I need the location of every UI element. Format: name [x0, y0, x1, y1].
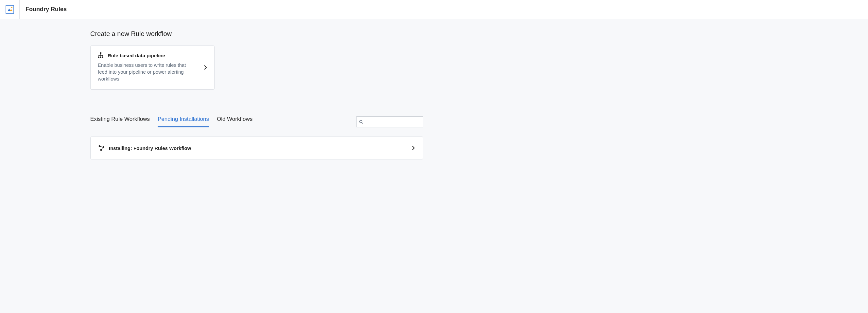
card-title-row: Rule based data pipeline [98, 52, 199, 58]
tab-existing-workflows[interactable]: Existing Rule Workflows [90, 116, 150, 127]
app-header: Foundry Rules [0, 0, 868, 19]
installing-icon [98, 145, 104, 151]
svg-marker-1 [8, 8, 10, 11]
svg-line-19 [101, 148, 103, 150]
create-section-heading: Create a new Rule workflow [90, 30, 437, 38]
main-content: Create a new Rule workflow Rule based da… [90, 19, 437, 160]
search-input-wrap[interactable] [356, 116, 423, 127]
chevron-right-icon [204, 65, 207, 70]
svg-rect-4 [100, 52, 101, 54]
svg-rect-5 [98, 57, 99, 58]
create-rule-pipeline-card[interactable]: Rule based data pipeline Enable business… [90, 46, 215, 90]
chevron-right-icon [412, 145, 415, 151]
search-input[interactable] [363, 119, 420, 124]
svg-line-14 [362, 122, 363, 123]
svg-line-18 [100, 147, 103, 147]
app-logo-wrap [0, 0, 20, 19]
svg-rect-7 [102, 57, 103, 58]
card-title: Rule based data pipeline [107, 53, 165, 58]
installing-workflow-row[interactable]: Installing: Foundry Rules Workflow [90, 137, 423, 160]
pipeline-icon [98, 52, 104, 58]
svg-point-13 [360, 120, 362, 123]
svg-marker-2 [10, 9, 12, 11]
svg-point-3 [11, 7, 12, 8]
installing-label: Installing: Foundry Rules Workflow [109, 145, 191, 151]
app-logo-icon [6, 5, 14, 14]
tabs-row: Existing Rule Workflows Pending Installa… [90, 116, 423, 127]
app-title: Foundry Rules [20, 6, 67, 13]
svg-rect-0 [6, 6, 14, 13]
tab-pending-installations[interactable]: Pending Installations [158, 116, 209, 127]
svg-rect-6 [100, 57, 101, 58]
card-description: Enable business users to write rules tha… [98, 61, 193, 82]
search-icon [359, 119, 363, 124]
tab-old-workflows[interactable]: Old Workflows [217, 116, 252, 127]
card-body: Rule based data pipeline Enable business… [98, 52, 199, 82]
tabs: Existing Rule Workflows Pending Installa… [90, 116, 252, 127]
